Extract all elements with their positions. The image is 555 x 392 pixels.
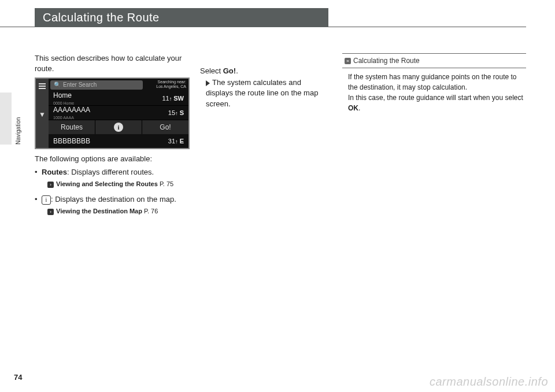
page-number: 74	[14, 373, 22, 382]
go-button[interactable]: Go!	[142, 120, 188, 134]
note-icon: »	[345, 58, 351, 64]
route-bar: Routes i Go!	[49, 120, 188, 134]
device-screenshot: ▼ 🔍 Enter Search Searching near: Los Ang…	[35, 77, 190, 149]
scroll-down-icon[interactable]: ▼	[39, 110, 46, 120]
section-tab	[0, 93, 12, 145]
bullet-routes: • Routes: Displays different routes.	[35, 167, 197, 177]
search-icon: 🔍	[54, 81, 61, 89]
result-text: The system calculates and displays the r…	[200, 77, 321, 109]
select-go-text: Select Go!.	[200, 66, 321, 76]
xref-info: ›Viewing the Destination Map P. 76	[35, 207, 197, 216]
xref-routes: ›Viewing and Selecting the Routes P. 75	[35, 180, 197, 188]
note-body-2: In this case, the route guidance will st…	[348, 93, 524, 113]
result-row[interactable]: BBBBBBBB 31↑ E	[49, 134, 188, 148]
page-title: Calculating the Route	[35, 8, 328, 27]
routes-button[interactable]: Routes	[49, 120, 95, 134]
column-middle: Select Go!. The system calculates and di…	[200, 66, 321, 109]
searching-near[interactable]: Searching near: Los Angeles, CA	[145, 79, 188, 91]
result-row[interactable]: Home 0000 Home 11↑ SW	[49, 91, 188, 106]
column-left: This section describes how to calculate …	[35, 53, 197, 216]
watermark: carmanualsonline.info	[430, 375, 548, 389]
sidebar-header: »Calculating the Route	[342, 53, 526, 68]
section-label: Navigation	[15, 117, 21, 145]
info-icon: i	[114, 123, 123, 132]
info-icon: i	[42, 195, 51, 205]
result-row[interactable]: AAAAAAAA 1000 AAAA 15↑ S	[49, 106, 188, 120]
search-placeholder: Enter Search	[63, 81, 97, 89]
triangle-icon	[206, 80, 210, 86]
search-input[interactable]: 🔍 Enter Search	[50, 80, 143, 90]
column-right: »Calculating the Route If the system has…	[342, 53, 526, 113]
note-body-1: If the system has many guidance points o…	[348, 72, 524, 93]
info-button[interactable]: i	[95, 120, 142, 134]
bullet-info: • i: Displays the destination on the map…	[35, 194, 197, 205]
device-sidebar: ▼	[36, 79, 49, 148]
intro-text: This section describes how to calculate …	[35, 53, 197, 74]
hamburger-icon[interactable]	[39, 82, 46, 90]
xref-icon: ›	[47, 182, 54, 188]
xref-icon: ›	[47, 209, 54, 215]
options-intro: The following options are available:	[35, 154, 197, 164]
